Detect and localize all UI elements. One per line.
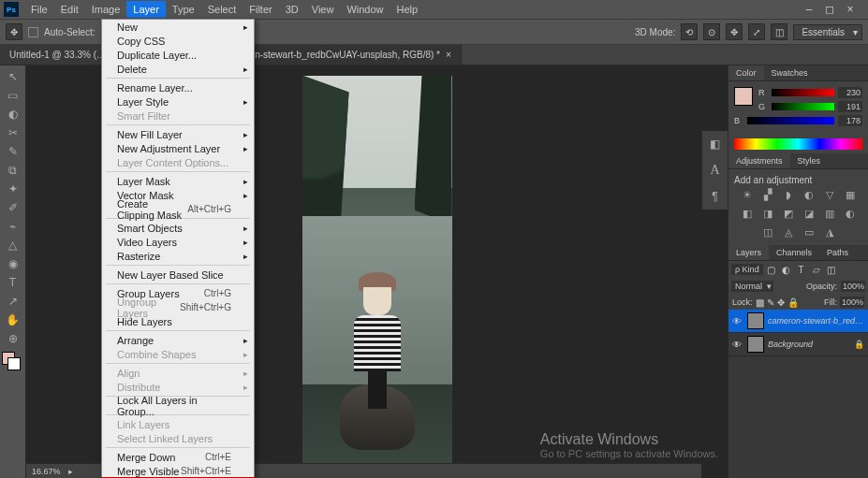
color-spectrum[interactable] (734, 138, 862, 150)
filter-adj-icon[interactable]: ◐ (780, 265, 793, 275)
menu-item-merge-down[interactable]: Merge DownCtrl+E (102, 450, 254, 464)
lookup-icon[interactable]: ▥ (822, 208, 837, 221)
tool-9[interactable]: △ (2, 236, 24, 254)
r-slider[interactable] (772, 89, 834, 96)
3d-icon-2[interactable]: ⊙ (703, 23, 720, 40)
menu-select[interactable]: Select (201, 1, 243, 18)
menu-item-new[interactable]: New (102, 20, 254, 34)
menu-help[interactable]: Help (390, 1, 425, 18)
menu-item-delete[interactable]: Delete (102, 62, 254, 76)
zoom-level[interactable]: 16.67% (32, 467, 61, 476)
invert-icon[interactable]: ◐ (843, 208, 858, 221)
menu-item-merge-visible[interactable]: Merge VisibleShift+Ctrl+E (102, 464, 254, 478)
tool-12[interactable]: ↗ (2, 292, 24, 311)
menu-edit[interactable]: Edit (54, 1, 85, 18)
layers-tab[interactable]: Layers (728, 245, 769, 260)
menu-item-lock-all-layers-in-group-[interactable]: Lock All Layers in Group... (102, 398, 254, 413)
tool-0[interactable]: ↖ (2, 67, 24, 86)
menu-view[interactable]: View (305, 1, 341, 18)
tool-7[interactable]: ✐ (2, 198, 24, 217)
channel-mix-icon[interactable]: ◪ (802, 208, 817, 221)
exposure-icon[interactable]: ◐ (802, 189, 817, 202)
menu-item-new-layer-based-slice[interactable]: New Layer Based Slice (102, 268, 254, 282)
menu-layer[interactable]: Layer (126, 1, 166, 18)
b-value[interactable]: 178 (838, 115, 862, 126)
char-panel-icon[interactable]: A (706, 161, 725, 180)
tool-4[interactable]: ✎ (2, 142, 24, 161)
menu-item-arrange[interactable]: Arrange (102, 333, 254, 347)
lock-trans-icon[interactable]: ▩ (756, 297, 764, 308)
menu-item-layer-mask[interactable]: Layer Mask (102, 174, 254, 188)
gradmap-icon[interactable]: ▭ (802, 226, 817, 239)
menu-item-hide-layers[interactable]: Hide Layers (102, 314, 254, 328)
lock-pixel-icon[interactable]: ✎ (767, 297, 774, 308)
thresh-icon[interactable]: ◬ (781, 226, 796, 239)
styles-tab[interactable]: Styles (790, 153, 829, 168)
menu-type[interactable]: Type (166, 1, 201, 18)
tool-5[interactable]: ⧉ (2, 161, 24, 180)
history-panel-icon[interactable]: ◧ (706, 135, 725, 153)
visibility-icon[interactable]: 👁 (732, 340, 743, 350)
adjustments-tab[interactable]: Adjustments (728, 153, 790, 168)
swatches-tab[interactable]: Swatches (764, 65, 816, 80)
g-value[interactable]: 191 (838, 101, 862, 112)
para-panel-icon[interactable]: ¶ (706, 187, 725, 206)
menu-3d[interactable]: 3D (279, 1, 305, 18)
levels-icon[interactable]: ▞ (760, 189, 775, 202)
layer-row[interactable]: 👁cameron-stewart-b_redbC... (728, 310, 868, 333)
layer-thumb[interactable] (747, 336, 764, 353)
3d-icon-3[interactable]: ✥ (726, 23, 743, 40)
colorbal-icon[interactable]: ◧ (740, 208, 755, 221)
menu-item-video-layers[interactable]: Video Layers (102, 235, 254, 249)
menu-item-create-clipping-mask[interactable]: Create Clipping MaskAlt+Ctrl+G (102, 202, 254, 216)
status-arrow-icon[interactable]: ▸ (68, 467, 73, 476)
lock-all-icon[interactable]: 🔒 (787, 297, 799, 308)
3d-icon-4[interactable]: ⤢ (748, 23, 765, 40)
menu-item-smart-objects[interactable]: Smart Objects (102, 221, 254, 235)
blend-mode-select[interactable]: Normal (731, 281, 773, 292)
filter-type-icon[interactable]: T (795, 265, 808, 275)
tool-13[interactable]: ✋ (2, 311, 24, 329)
tool-2[interactable]: ◐ (2, 105, 24, 123)
curves-icon[interactable]: ◗ (781, 189, 796, 202)
foreground-swatch[interactable] (734, 87, 753, 106)
auto-select-checkbox[interactable] (28, 27, 38, 37)
menu-item-new-fill-layer[interactable]: New Fill Layer (102, 127, 254, 141)
tool-1[interactable]: ▭ (2, 86, 24, 105)
menu-item-rename-layer-[interactable]: Rename Layer... (102, 80, 254, 94)
fill-value[interactable]: 100% (840, 297, 864, 308)
menu-item-layer-style[interactable]: Layer Style (102, 94, 254, 109)
menu-filter[interactable]: Filter (243, 1, 278, 18)
g-slider[interactable] (772, 103, 834, 110)
tab-close-icon[interactable]: × (446, 50, 451, 60)
b-slider[interactable] (747, 117, 834, 124)
bg-color-swatch[interactable] (7, 357, 21, 370)
channels-tab[interactable]: Channels (769, 245, 819, 260)
lock-pos-icon[interactable]: ✥ (777, 297, 785, 308)
filter-kind[interactable]: ρ Kind (731, 264, 763, 275)
maximize-button[interactable]: ◻ (823, 3, 836, 16)
layer-row[interactable]: 👁Background🔒 (728, 333, 868, 356)
vibrance-icon[interactable]: ▽ (822, 189, 837, 202)
minimize-button[interactable]: – (802, 3, 816, 16)
filter-pixel-icon[interactable]: ▢ (765, 265, 778, 275)
color-tab[interactable]: Color (728, 65, 764, 80)
filter-shape-icon[interactable]: ▱ (810, 265, 823, 275)
filter-smart-icon[interactable]: ◫ (825, 265, 838, 275)
menu-file[interactable]: File (24, 1, 54, 18)
menu-window[interactable]: Window (340, 1, 390, 18)
paths-tab[interactable]: Paths (819, 245, 856, 260)
bw-icon[interactable]: ◨ (760, 208, 775, 221)
tool-3[interactable]: ✂ (2, 123, 24, 142)
tool-6[interactable]: ✦ (2, 180, 24, 198)
menu-item-duplicate-layer-[interactable]: Duplicate Layer... (102, 48, 254, 62)
r-value[interactable]: 230 (838, 87, 862, 98)
opacity-value[interactable]: 100% (841, 281, 865, 292)
3d-icon-1[interactable]: ⟲ (681, 23, 698, 40)
brightness-icon[interactable]: ☀ (740, 189, 755, 202)
move-tool-icon[interactable]: ✥ (6, 23, 22, 40)
selcolor-icon[interactable]: ◮ (822, 226, 837, 239)
menu-item-new-adjustment-layer[interactable]: New Adjustment Layer (102, 141, 254, 155)
tool-8[interactable]: ⌁ (2, 217, 24, 236)
visibility-icon[interactable]: 👁 (732, 316, 743, 326)
